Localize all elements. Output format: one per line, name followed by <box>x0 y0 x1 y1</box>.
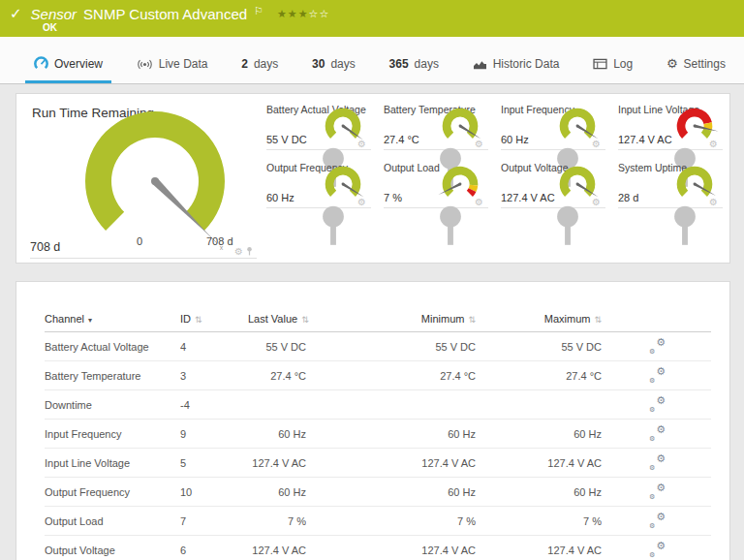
tab-overview[interactable]: Overview <box>25 47 111 83</box>
gauge-footer-icons[interactable]: ⚙ <box>592 198 601 207</box>
channel-minimum-cell: 7 % <box>306 507 476 536</box>
gauge-footer-icons[interactable]: ⚙ <box>475 140 483 149</box>
channel-minimum-cell: 127.4 V AC <box>306 536 476 560</box>
star-filled-icon[interactable]: ★ <box>277 8 288 20</box>
gauge-footer-icons[interactable]: ⚙ <box>709 198 718 207</box>
gauge-footer-icons[interactable]: ⚙ <box>234 246 253 257</box>
gear-icon[interactable]: ⚙ <box>475 198 483 207</box>
tab-historic-data[interactable]: Historic Data <box>464 48 569 83</box>
gauge-icon <box>34 56 48 71</box>
channel-row[interactable]: Downtime -4 ⚙⚙ <box>45 390 711 420</box>
sort-icon: ⇅ <box>594 315 602 325</box>
channel-settings-icon[interactable]: ⚙⚙ <box>648 483 667 498</box>
gear-icon[interactable]: ⚙ <box>709 198 718 207</box>
channel-gauge-panel: Output Voltage 127.4 V AC ⚙ <box>493 156 610 214</box>
tab-30-days[interactable]: 30 days <box>303 48 364 83</box>
channel-id-cell: -4 <box>180 390 248 420</box>
channel-settings-icon[interactable]: ⚙⚙ <box>648 454 667 469</box>
tab-live-data[interactable]: Live Data <box>128 48 217 83</box>
channel-gauge-title: Output Frequency <box>266 162 368 173</box>
divider <box>618 149 723 150</box>
gear-icon[interactable]: ⚙ <box>709 140 718 149</box>
column-header-minimum[interactable]: Minimum⇅ <box>306 307 476 332</box>
tab-number: 365 <box>389 57 409 71</box>
gauge-footer-icons[interactable]: ⚙ <box>709 140 718 149</box>
channel-id-cell: 9 <box>180 420 248 449</box>
channel-row[interactable]: Battery Temperature 3 27.4 °C 27.4 °C 27… <box>45 361 711 390</box>
star-empty-icon[interactable]: ☆ <box>319 8 329 20</box>
gear-icon[interactable]: ⚙ <box>592 140 601 149</box>
channel-row[interactable]: Output Load 7 7 % 7 % 7 % ⚙⚙ <box>45 507 711 536</box>
channel-last-value-cell: 7 % <box>248 507 306 536</box>
pin-icon[interactable] <box>246 246 253 257</box>
channel-gauge-value: 60 Hz <box>266 192 294 203</box>
tab-number: 2 <box>241 57 248 71</box>
divider <box>501 207 605 208</box>
gear-icon[interactable]: ⚙ <box>234 247 243 257</box>
channel-minimum-cell: 27.4 °C <box>306 361 476 390</box>
tab-label: Overview <box>54 57 103 71</box>
channel-gauge-title: Output Load <box>384 162 485 173</box>
channel-row[interactable]: Output Voltage 6 127.4 V AC 127.4 V AC 1… <box>45 536 711 560</box>
channel-id-cell: 5 <box>180 449 248 478</box>
channel-name-cell: Downtime <box>45 390 180 420</box>
tab-bar: Overview Live Data 2 days 30 days 365 da… <box>0 37 744 84</box>
channel-settings-icon[interactable]: ⚙⚙ <box>648 425 667 440</box>
channel-id-cell: 7 <box>180 507 248 536</box>
channel-last-value-cell: 60 Hz <box>248 478 306 507</box>
channel-minimum-cell: 60 Hz <box>306 420 476 449</box>
star-filled-icon[interactable]: ★ <box>288 8 298 20</box>
tab-settings[interactable]: ⚙ Settings <box>658 48 734 83</box>
channel-settings-icon[interactable]: ⚙⚙ <box>648 338 667 353</box>
gear-icon[interactable]: ⚙ <box>475 140 483 149</box>
pin-icon[interactable] <box>659 204 711 249</box>
pin-icon[interactable] <box>307 204 359 249</box>
priority-stars[interactable]: ★★★☆☆ <box>277 8 329 20</box>
channel-row[interactable]: Input Line Voltage 5 127.4 V AC 127.4 V … <box>45 449 711 478</box>
pin-icon[interactable] <box>542 204 594 249</box>
gauge-footer-icons[interactable]: ⚙ <box>357 198 366 207</box>
channel-gauge-panel: Output Frequency 60 Hz ⚙ <box>259 156 376 214</box>
channel-gauge-value: 127.4 V AC <box>618 134 672 145</box>
primary-channel-gauge-block: Run Time Remaining x 0 708 d 708 d ⚙ <box>16 94 261 263</box>
star-empty-icon[interactable]: ☆ <box>309 8 320 20</box>
tab-365-days[interactable]: 365 days <box>381 48 448 83</box>
tab-log[interactable]: Log <box>584 48 641 83</box>
status-badge: OK <box>43 22 57 33</box>
channel-row[interactable]: Battery Actual Voltage 4 55 V DC 55 V DC… <box>45 332 711 361</box>
flag-icon[interactable]: ⚐ <box>254 5 264 17</box>
channel-gauge-title: Input Frequency <box>501 104 603 115</box>
channel-settings-icon[interactable]: ⚙⚙ <box>648 542 667 556</box>
column-header-maximum[interactable]: Maximum⇅ <box>476 307 602 332</box>
channel-name-cell: Output Voltage <box>45 536 180 560</box>
tab-2-days[interactable]: 2 days <box>232 48 287 83</box>
channel-gauge-panel: Input Frequency 60 Hz ⚙ <box>493 98 610 156</box>
tab-label: Historic Data <box>493 57 560 71</box>
star-filled-icon[interactable]: ★ <box>298 8 309 20</box>
channel-id-cell: 3 <box>180 361 248 390</box>
gear-icon[interactable]: ⚙ <box>357 140 366 149</box>
channel-row[interactable]: Output Frequency 10 60 Hz 60 Hz 60 Hz ⚙⚙ <box>45 478 711 507</box>
gear-icon[interactable]: ⚙ <box>592 198 601 207</box>
column-header-id[interactable]: ID⇅ <box>180 307 248 332</box>
column-header-last-value[interactable]: Last Value⇅ <box>248 307 306 332</box>
channel-settings-icon[interactable]: ⚙⚙ <box>648 396 667 411</box>
channel-actions-cell: ⚙⚙ <box>602 420 711 449</box>
channel-row[interactable]: Input Frequency 9 60 Hz 60 Hz 60 Hz ⚙⚙ <box>45 420 711 449</box>
channel-gauge-title: System Uptime <box>618 162 720 173</box>
channel-maximum-cell: 55 V DC <box>476 332 602 361</box>
channel-settings-icon[interactable]: ⚙⚙ <box>648 367 667 382</box>
gear-icon[interactable]: ⚙ <box>357 198 366 207</box>
gear-icon: ⚙ <box>666 58 678 70</box>
tab-label: Log <box>613 57 633 71</box>
channel-actions-cell: ⚙⚙ <box>602 332 711 361</box>
gauge-footer-icons[interactable]: ⚙ <box>475 198 483 207</box>
gauge-footer-icons[interactable]: ⚙ <box>592 140 601 149</box>
channel-gauge-title: Battery Temperature <box>384 104 485 115</box>
pin-icon[interactable] <box>424 204 477 249</box>
channels-table: Channel▾ ID⇅ Last Value⇅ Minimum⇅ Maximu… <box>45 307 711 560</box>
gauge-footer-icons[interactable]: ⚙ <box>357 140 366 149</box>
channel-settings-icon[interactable]: ⚙⚙ <box>648 513 667 527</box>
column-header-channel[interactable]: Channel▾ <box>45 307 180 332</box>
primary-channel-title: Run Time Remaining <box>32 106 154 120</box>
